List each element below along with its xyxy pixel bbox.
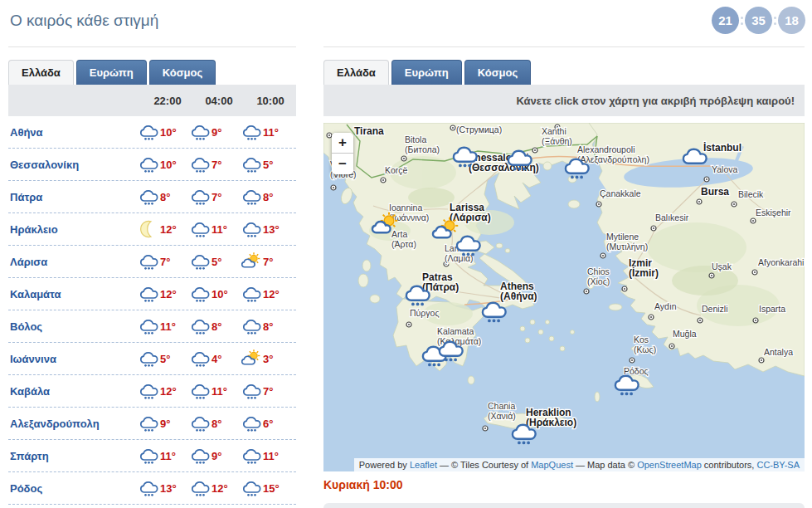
rain-icon: [139, 413, 158, 433]
temperature: 7°: [263, 256, 273, 268]
svg-text:Muğla: Muğla: [673, 329, 697, 339]
town-marker-icon: [669, 344, 674, 349]
temperature: 5°: [160, 353, 170, 365]
tab[interactable]: Κόσμος: [149, 60, 216, 85]
forecast-cell: 6°: [241, 413, 296, 433]
tab-label: Ελλάδα: [22, 66, 61, 79]
rain-icon: [241, 284, 261, 304]
forecast-cell: 8°: [190, 413, 241, 433]
table-row[interactable]: Αλεξανδρούπολη 9°8°6°: [8, 408, 296, 440]
map-city-label: Chania(Χανιά): [488, 401, 516, 421]
town-marker-icon: [651, 226, 656, 231]
mapquest-link[interactable]: MapQuest: [531, 460, 573, 470]
forecast-cell: 7°: [190, 187, 241, 207]
table-row[interactable]: Σπάρτη 11°9°11°: [8, 440, 296, 472]
temperature: 11°: [160, 320, 176, 333]
temperature: 6°: [263, 418, 273, 430]
map-city-label: Bilecik: [738, 189, 764, 199]
divider: [8, 46, 296, 47]
table-row[interactable]: Θεσσαλονίκη 10°7°5°: [8, 149, 296, 181]
svg-text:Bitola: Bitola: [405, 134, 426, 144]
map-city-label: Yalova: [712, 164, 737, 174]
weather-map[interactable]: Tirana(Струмица)Bitola(Битола)Xanthi(Ξάν…: [323, 123, 805, 471]
rain-icon: [139, 284, 158, 304]
rain-icon: [241, 219, 261, 239]
map-city-label: Çanakkale: [600, 188, 641, 198]
town-marker-icon: [649, 315, 654, 320]
forecast-cell: 15°: [241, 478, 296, 498]
svg-text:Uşak: Uşak: [712, 261, 732, 271]
svg-text:Denizli: Denizli: [702, 304, 728, 314]
table-row[interactable]: Καβάλα 12°11°7°: [8, 375, 296, 408]
temperature: 11°: [212, 223, 227, 236]
town-marker-icon: [532, 148, 537, 153]
map-city-label: Eskişehir: [756, 208, 791, 217]
table-row[interactable]: Αθήνα 10°9°11°: [8, 116, 296, 149]
rain-icon: [139, 154, 158, 174]
zoom-out-button[interactable]: −: [332, 154, 353, 174]
town-marker-icon: [622, 286, 627, 291]
table-row[interactable]: Ιωάννινα 5°4°3°: [8, 343, 296, 375]
tab[interactable]: Ελλάδα: [323, 60, 389, 85]
rain-icon: [190, 446, 210, 466]
table-row[interactable]: Πάτρα 8°7°8°: [8, 181, 296, 213]
tab[interactable]: Ευρώπη: [76, 60, 147, 85]
city-name: Λάρισα: [8, 256, 139, 268]
temperature: 10°: [160, 126, 177, 139]
svg-text:(Χανιά): (Χανιά): [488, 411, 516, 421]
svg-text:Alexandroupoli: Alexandroupoli: [577, 144, 635, 154]
forecast-cell: 9°: [190, 122, 241, 142]
table-row[interactable]: Λάρισα 7°5°7°: [8, 246, 296, 278]
forecast-cell: 13°: [139, 478, 190, 498]
map-datetime: Κυριακή 10:00: [323, 478, 805, 491]
svg-text:Balıkesir: Balıkesir: [655, 212, 689, 222]
temperature: 9°: [160, 418, 170, 430]
svg-text:Afyonkarahi: Afyonkarahi: [758, 257, 804, 267]
tab[interactable]: Κόσμος: [464, 60, 532, 85]
table-row[interactable]: Βόλος 11°8°8°: [8, 310, 296, 343]
map-city-label: Antalya: [764, 347, 793, 357]
tab-label: Ευρώπη: [405, 66, 449, 79]
table-row[interactable]: Ηράκλειο 12°11°13°: [8, 213, 296, 246]
map-attribution: Powered by Leaflet — © Tiles Courtesy of…: [354, 458, 805, 471]
temperature: 13°: [160, 482, 177, 495]
clock-widget: 21 35 18: [712, 7, 805, 34]
rain-icon: [190, 284, 210, 304]
svg-text:(Λάρισα): (Λάρισα): [450, 212, 491, 223]
forecast-cell: 4°: [190, 349, 241, 369]
map-city-label: Ρόδος: [624, 366, 649, 376]
time-column-header: 22:00: [142, 95, 193, 107]
rain-icon: [241, 187, 261, 207]
partly-icon: [241, 252, 261, 271]
svg-text:(İzmir): (İzmir): [629, 266, 659, 279]
forecast-cell: 11°: [241, 122, 296, 142]
temperature: 11°: [263, 450, 279, 462]
map-city-label: (Струмица): [456, 125, 502, 134]
svg-text:(Битола): (Битола): [405, 144, 440, 154]
tab-label: Ευρώπη: [90, 66, 134, 79]
svg-text:Mytilene: Mytilene: [606, 232, 639, 242]
temperature: 7°: [212, 191, 221, 203]
tab[interactable]: Ελλάδα: [8, 60, 74, 85]
svg-text:Eskişehir: Eskişehir: [756, 208, 791, 217]
license-link[interactable]: CC-BY-SA: [756, 460, 800, 470]
svg-text:Kalamata: Kalamata: [437, 326, 474, 336]
rain-icon: [190, 187, 210, 207]
forecast-cell: 7°: [139, 252, 190, 271]
forecast-cell: 7°: [241, 252, 296, 271]
rain-icon: [190, 381, 210, 401]
rain-icon: [241, 381, 261, 401]
svg-text:Xanthi: Xanthi: [542, 126, 566, 136]
zoom-in-button[interactable]: +: [332, 133, 353, 154]
forecast-cell: 7°: [241, 381, 296, 401]
map-city-label: Aydın: [654, 301, 677, 311]
forecast-cell: 12°: [139, 284, 190, 304]
openstreetmap-link[interactable]: OpenStreetMap: [637, 460, 702, 470]
tab[interactable]: Ευρώπη: [391, 60, 462, 85]
forecast-tabs: Ελλάδα Ευρώπη Κόσμος: [8, 60, 296, 85]
rain-icon: [190, 252, 210, 271]
town-marker-icon: [450, 125, 455, 130]
table-row[interactable]: Ρόδος 13°12°15°: [8, 472, 296, 505]
table-row[interactable]: Καλαμάτα 12°10°12°: [8, 278, 296, 310]
leaflet-link[interactable]: Leaflet: [410, 460, 437, 470]
